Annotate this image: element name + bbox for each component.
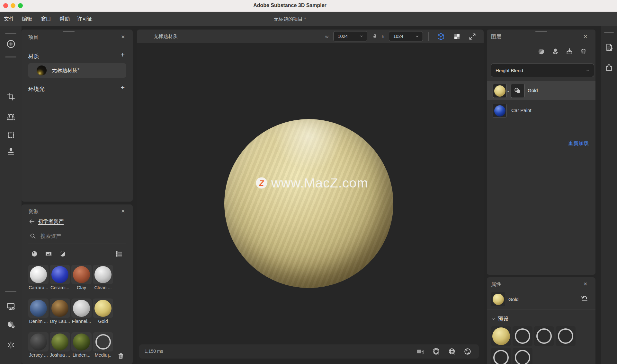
asset-thumbnail [94, 266, 112, 283]
sphere-settings-icon[interactable] [5, 319, 16, 330]
close-icon[interactable]: ✕ [121, 208, 125, 214]
menu-help[interactable]: 帮助 [59, 16, 70, 22]
loading-ring-icon [515, 328, 530, 344]
minimize-window-button[interactable] [11, 3, 15, 8]
layer-row-gold[interactable]: • Gold [487, 81, 595, 100]
assets-panel: 资源 ✕ 初学者资产 [22, 204, 133, 364]
asset-item[interactable]: Joshua ... [50, 332, 70, 358]
add-circle-icon[interactable] [5, 39, 16, 49]
camera-icon[interactable] [416, 347, 425, 356]
trash-icon[interactable] [580, 48, 587, 55]
display-settings-icon[interactable] [5, 301, 16, 312]
expand-icon[interactable] [468, 32, 477, 41]
checkerboard-2d-icon[interactable] [452, 32, 461, 41]
lock-icon[interactable] [372, 33, 378, 39]
asset-label: Linden... [71, 352, 92, 358]
close-icon[interactable]: ✕ [121, 34, 125, 40]
panel-drag-handle[interactable] [604, 32, 614, 33]
blend-mode-dropdown[interactable]: Height Blend [491, 64, 594, 77]
plugins-icon[interactable] [5, 340, 16, 351]
search-input[interactable] [40, 233, 118, 239]
asset-item[interactable]: Clay [71, 265, 92, 290]
preset-item-gold[interactable] [491, 326, 511, 346]
adjustment-circle-icon[interactable] [538, 48, 545, 55]
trash-icon[interactable] [117, 352, 124, 360]
render-sphere-icon[interactable] [463, 347, 472, 356]
width-dropdown[interactable]: 1024 [333, 31, 367, 41]
material-sphere-icon[interactable] [31, 250, 38, 257]
asset-item[interactable]: Denim ... [28, 299, 49, 324]
assets-panel-title: 资源 [28, 208, 39, 215]
preset-item-loading[interactable] [534, 326, 554, 346]
layer-thumbnail[interactable] [493, 84, 507, 98]
crop-icon[interactable] [5, 91, 16, 102]
asset-thumbnail [73, 266, 90, 283]
asset-item[interactable]: Dry Lau... [50, 299, 70, 324]
menu-edit[interactable]: 编辑 [22, 16, 32, 22]
add-environment-button[interactable]: + [121, 84, 125, 91]
sphere-layers-icon[interactable] [551, 48, 559, 55]
asset-thumbnail [51, 266, 68, 283]
perspective-icon[interactable] [5, 112, 16, 123]
panel-drag-handle[interactable] [63, 31, 75, 32]
asset-item[interactable]: Clean ... [93, 265, 113, 290]
project-panel: 项目 ✕ 材质 + 无标题材质* 环境光 + [22, 30, 133, 202]
layer-row-car-paint[interactable]: Car Paint [487, 101, 595, 120]
preset-item-loading[interactable] [513, 348, 532, 364]
globe-icon[interactable] [448, 347, 456, 356]
viewport[interactable]: 无标题材质 w: 1024 h: 1024 [137, 30, 484, 364]
list-view-icon[interactable] [115, 250, 123, 258]
import-icon[interactable] [566, 48, 573, 55]
asset-item[interactable]: Carrara... [28, 265, 49, 290]
asset-label: Gold [93, 319, 113, 324]
asset-item[interactable]: Gold [93, 299, 113, 324]
asset-item[interactable]: Linden... [71, 332, 92, 358]
width-label: w: [325, 34, 330, 39]
asset-thumbnail [94, 300, 112, 317]
layers-panel: 图层 ✕ Height Blend • [487, 30, 595, 275]
asset-item[interactable]: Jersey ... [28, 332, 49, 358]
asset-thumbnail [30, 334, 47, 351]
panel-drag-handle[interactable] [535, 31, 547, 32]
reload-link[interactable]: 重新加载 [568, 140, 589, 147]
asset-item[interactable]: Flannel... [71, 299, 92, 324]
viewport-statusbar: 1,150 ms [139, 344, 479, 359]
chevron-down-icon [415, 34, 419, 39]
close-icon[interactable]: ✕ [583, 34, 587, 39]
link-dot: • [507, 89, 509, 94]
asset-label: Clean ... [93, 285, 113, 290]
close-icon[interactable]: ✕ [583, 281, 587, 287]
chevron-down-icon [491, 317, 496, 321]
image-icon[interactable] [45, 250, 52, 258]
environment-gear-icon[interactable] [432, 347, 440, 356]
menu-window[interactable]: 窗口 [41, 16, 51, 22]
preset-item-loading[interactable] [556, 326, 576, 346]
contrast-circle-icon[interactable] [59, 250, 66, 257]
height-label: h: [382, 34, 386, 39]
height-dropdown[interactable]: 1024 [389, 31, 423, 41]
undo-icon[interactable] [580, 294, 589, 303]
edit-document-icon[interactable] [604, 43, 613, 52]
back-arrow-icon[interactable] [28, 218, 35, 225]
menu-file[interactable]: 文件 [4, 16, 14, 22]
material-preview-sphere[interactable] [224, 119, 393, 288]
material-list-item[interactable]: 无标题材质* [28, 63, 126, 78]
layers-panel-title: 图层 [491, 34, 501, 40]
presets-header[interactable]: 预设 [491, 315, 509, 323]
material-thumbnail [37, 65, 47, 75]
layer-mask-thumbnail[interactable] [511, 84, 525, 98]
preset-item-loading[interactable] [491, 348, 511, 364]
preset-item-loading[interactable] [513, 326, 532, 346]
menu-license[interactable]: 许可证 [77, 16, 93, 22]
transform-marquee-icon[interactable] [5, 130, 16, 141]
add-asset-button[interactable]: + [106, 352, 110, 360]
share-export-icon[interactable] [604, 63, 613, 72]
breadcrumb[interactable]: 初学者资产 [38, 218, 64, 225]
close-window-button[interactable] [3, 3, 8, 8]
layer-thumbnail[interactable] [493, 104, 507, 118]
add-material-button[interactable]: + [121, 51, 125, 58]
zoom-window-button[interactable] [18, 3, 23, 8]
asset-item[interactable]: Cerami... [50, 265, 70, 290]
stamp-icon[interactable] [5, 146, 16, 157]
cube-3d-icon[interactable] [436, 32, 445, 41]
